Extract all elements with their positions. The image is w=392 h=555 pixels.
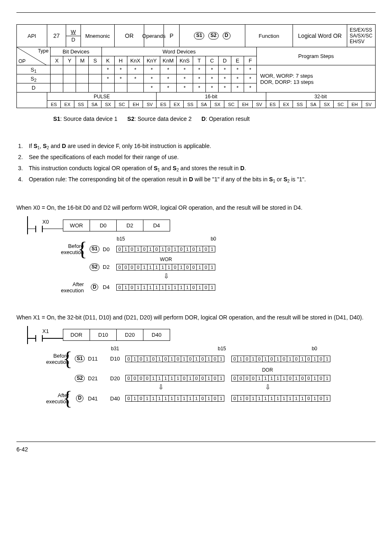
bit-cell: 1 xyxy=(168,375,175,382)
opr-col-knx: KnX xyxy=(127,56,143,65)
explanation-item: 2.See the specifications of each model f… xyxy=(16,153,376,162)
opr-cell xyxy=(63,83,76,92)
32bit-hdr: 32-bit xyxy=(266,92,376,101)
bit-cell: 1 xyxy=(144,395,150,402)
mode-cell-sc: SC xyxy=(334,101,348,108)
oval-d: D xyxy=(76,395,84,402)
bit-cell: 1 xyxy=(281,395,287,402)
bit-cell: 1 xyxy=(181,395,187,402)
bit-cell: 1 xyxy=(196,246,203,252)
bit-cell: 0 xyxy=(212,375,218,382)
opr-cell xyxy=(89,74,101,83)
bit-cell: 0 xyxy=(184,264,191,271)
bit-cell: 1 xyxy=(287,356,293,362)
opr-cell: * xyxy=(205,83,218,92)
opr-cell: * xyxy=(127,65,143,74)
bit-cell: 0 xyxy=(144,375,150,382)
opr-col-f: F xyxy=(244,56,257,65)
opr-col-h: H xyxy=(114,56,127,65)
opr-cell: * xyxy=(218,65,231,74)
bit-cell: 1 xyxy=(274,356,281,362)
s1-desc: : Source data device 1 xyxy=(60,116,118,122)
bit-cell: 1 xyxy=(122,284,129,291)
bit-cells: 0101010101010101 xyxy=(126,356,224,362)
bit-cell: 0 xyxy=(244,356,250,362)
opr-cell: * xyxy=(101,65,114,74)
bit-cell: 1 xyxy=(209,264,215,271)
ex1-instruction-box: WOR xyxy=(63,220,90,231)
opr-col-y: Y xyxy=(63,56,76,65)
bit-cell: 1 xyxy=(238,395,244,402)
mode-cell-sc: SC xyxy=(115,101,129,108)
s2-id: S2 xyxy=(127,116,134,122)
opr-col-t: T xyxy=(193,56,205,65)
ex2-contact-label: X1 xyxy=(42,328,49,334)
mode-cell-sa: SA xyxy=(88,101,101,108)
bit-cell: 0 xyxy=(129,284,135,291)
ex2-op0: D10 xyxy=(90,329,117,341)
bit-cell: 1 xyxy=(162,375,169,382)
bit-cell: 1 xyxy=(168,356,175,362)
bit-cell: 1 xyxy=(150,375,157,382)
ex1-op2: D4 xyxy=(143,220,170,231)
bit-cell: 1 xyxy=(141,284,148,291)
ex2-text: When X1 = On, the 32-bit (D11, D10) and … xyxy=(16,313,376,322)
bit-cell: 1 xyxy=(268,395,275,402)
bit-cell: 0 xyxy=(203,264,209,271)
opr-cell: * xyxy=(231,74,244,83)
op-labels: DOR xyxy=(111,366,376,374)
opr-col-e: E xyxy=(231,56,244,65)
bit-cell: 1 xyxy=(205,375,212,382)
bit-cell: 1 xyxy=(324,375,330,382)
bit-cell: 1 xyxy=(256,395,263,402)
opr-col-c: C xyxy=(205,56,218,65)
bit-cell: 1 xyxy=(262,395,269,402)
bit-cell: 1 xyxy=(162,395,169,402)
bit-cell: 0 xyxy=(305,375,312,382)
bit-cell: 0 xyxy=(175,356,181,362)
bit-cell: 1 xyxy=(153,284,160,291)
bit-cell: 0 xyxy=(181,375,187,382)
bit-cell: 1 xyxy=(172,284,178,291)
bit-cell: 0 xyxy=(138,356,144,362)
bit-cell: 0 xyxy=(318,375,324,382)
bit-cell: 1 xyxy=(281,375,287,382)
opr-cell: * xyxy=(244,74,257,83)
opr-row-s1: S1 xyxy=(17,65,51,74)
mode-cell-ex: EX xyxy=(279,101,293,108)
opr-cell: * xyxy=(193,74,205,83)
explanation-item: 4.Operation rule: The corresponding bit … xyxy=(16,175,376,184)
function: Logical Word OR xyxy=(293,25,347,47)
bit-cell: 1 xyxy=(311,375,318,382)
opr-cell: * xyxy=(193,83,205,92)
bit-cell: 1 xyxy=(299,395,306,402)
bit-cell: 1 xyxy=(156,375,163,382)
down-arrow-icon: ⇩ xyxy=(117,272,215,280)
opr-cell xyxy=(127,83,143,92)
bit-devices-hdr: Bit Devices xyxy=(51,47,101,56)
d-id: D xyxy=(201,116,205,122)
s2-oval: S2 xyxy=(208,32,219,39)
opr-cell: * xyxy=(143,83,160,92)
ex2-op2: D40 xyxy=(143,329,170,341)
bit-cell: 0 xyxy=(244,395,250,402)
opr-cell: * xyxy=(143,74,160,83)
bit-cell: 0 xyxy=(305,356,312,362)
bit-cell: 1 xyxy=(196,284,203,291)
wd-d: D xyxy=(71,36,75,44)
bit-cell: 1 xyxy=(274,375,281,382)
bit-cell: 1 xyxy=(262,375,269,382)
bit-cell: 1 xyxy=(175,375,181,382)
b31-b15-b0: b31b15b0 xyxy=(111,346,376,352)
pulse-hdr: PULSE xyxy=(47,92,157,101)
bit-cell: 0 xyxy=(162,356,169,362)
bit-cell: 0 xyxy=(238,375,244,382)
bit-cell: 1 xyxy=(218,356,224,362)
modes-table: PULSE 16-bit 32-bit ESEXSSSASXSCEHSVESEX… xyxy=(16,92,376,108)
opr-cell xyxy=(63,74,76,83)
bit-cell: 0 xyxy=(190,246,197,252)
opr-cell: * xyxy=(127,74,143,83)
opr-cell: * xyxy=(176,83,193,92)
bit-cell: 1 xyxy=(250,356,256,362)
bit-cell: 1 xyxy=(156,395,163,402)
